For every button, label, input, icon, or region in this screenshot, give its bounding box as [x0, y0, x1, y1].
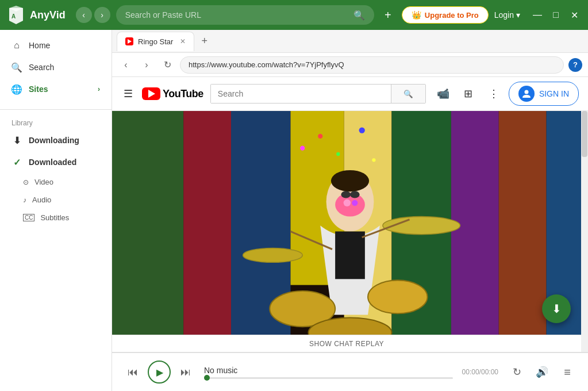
- chevron-down-icon: ▾: [516, 10, 520, 20]
- yt-more-button[interactable]: ⋮: [483, 83, 504, 104]
- svg-point-25: [243, 248, 303, 262]
- sidebar-item-audio[interactable]: ♪ Audio: [0, 191, 112, 209]
- next-track-button[interactable]: ⏭: [176, 363, 195, 381]
- video-icon: ⊙: [23, 178, 29, 186]
- show-chat-bar[interactable]: SHOW CHAT REPLAY: [112, 335, 581, 352]
- download-fab-button[interactable]: ⬇: [542, 294, 571, 323]
- browser-url-bar[interactable]: https://www.youtube.com/watch?v=7YjPfyfl…: [180, 56, 564, 74]
- close-button[interactable]: ✕: [567, 8, 581, 22]
- upgrade-button[interactable]: 👑 Upgrade to Pro: [402, 6, 489, 24]
- svg-point-17: [372, 158, 375, 162]
- subtitles-icon: CC: [23, 214, 34, 221]
- nav-arrows: ‹ ›: [76, 7, 110, 23]
- yt-right-icons: 📹 ⊞ ⋮ SIGN IN: [433, 82, 579, 106]
- sidebar-item-search[interactable]: 🔍 Search: [0, 56, 112, 78]
- app-logo: A AnyVid: [7, 6, 66, 24]
- minimize-button[interactable]: —: [531, 8, 544, 22]
- sidebar-nav: ⌂ Home 🔍 Search 🌐 Sites ›: [0, 30, 112, 105]
- play-icon: ▶: [156, 367, 163, 378]
- youtube-search-input[interactable]: [211, 85, 391, 103]
- login-button[interactable]: Login ▾: [494, 10, 520, 20]
- svg-rect-12: [499, 111, 547, 352]
- svg-rect-11: [451, 111, 499, 352]
- tab-favicon: [125, 37, 133, 45]
- search-icon: 🔍: [11, 62, 22, 72]
- svg-point-15: [336, 152, 340, 156]
- svg-point-22: [368, 280, 428, 313]
- url-input[interactable]: [125, 10, 349, 20]
- sidebar-item-downloading[interactable]: ⬇ Downloading: [0, 129, 112, 151]
- new-tab-button[interactable]: +: [197, 33, 212, 49]
- tab-bar: Ringo Star ✕ +: [112, 30, 588, 53]
- crown-icon: 👑: [412, 10, 421, 20]
- browser-back-button[interactable]: ‹: [118, 57, 134, 73]
- browser-refresh-button[interactable]: ↻: [159, 57, 175, 73]
- player-progress: [204, 377, 453, 379]
- help-button[interactable]: ?: [568, 58, 582, 72]
- maximize-button[interactable]: □: [549, 8, 563, 22]
- player-bar: ⏮ ▶ ⏭ No music 00:00/00:00 ↻ 🔊 ≡: [112, 352, 588, 391]
- player-title: No music: [204, 366, 453, 375]
- yt-avatar-icon: [518, 86, 535, 102]
- play-button[interactable]: ▶: [148, 361, 171, 384]
- video-art-svg: [112, 111, 588, 352]
- downloading-icon: ⬇: [11, 135, 22, 145]
- sidebar-divider: [0, 109, 112, 110]
- youtube-play-icon: [148, 90, 155, 98]
- svg-point-30: [344, 200, 351, 206]
- svg-point-16: [359, 127, 365, 133]
- main-layout: ⌂ Home 🔍 Search 🌐 Sites › Library ⬇ Down…: [0, 30, 588, 391]
- browser-nav-bar: ‹ › ↻ https://www.youtube.com/watch?v=7Y…: [112, 53, 588, 77]
- library-label: Library: [0, 114, 112, 129]
- volume-button[interactable]: 🔊: [533, 363, 551, 381]
- svg-point-33: [350, 191, 360, 198]
- youtube-search-button[interactable]: 🔍: [391, 85, 425, 103]
- svg-point-32: [341, 191, 351, 198]
- video-player: ⬇ SHOW CHAT REPLAY: [112, 111, 588, 352]
- sites-icon: 🌐: [11, 84, 22, 94]
- sidebar-item-downloaded[interactable]: ✓ Downloaded: [0, 151, 112, 173]
- youtube-logo[interactable]: YouTube: [142, 87, 203, 100]
- youtube-toolbar: ☰ YouTube 🔍 📹 ⊞ ⋮: [112, 77, 588, 111]
- sidebar-item-video[interactable]: ⊙ Video: [0, 173, 112, 191]
- browser-forward-button[interactable]: ›: [139, 57, 155, 73]
- prev-track-button[interactable]: ⏮: [124, 363, 142, 381]
- sidebar-item-sites[interactable]: 🌐 Sites ›: [0, 78, 112, 100]
- queue-button[interactable]: ≡: [558, 363, 577, 381]
- sites-chevron-icon: ›: [98, 85, 100, 93]
- youtube-logo-icon: [142, 87, 160, 100]
- audio-icon: ♪: [23, 196, 26, 204]
- person-icon: [522, 89, 531, 98]
- sidebar: ⌂ Home 🔍 Search 🌐 Sites › Library ⬇ Down…: [0, 30, 112, 391]
- yt-menu-button[interactable]: ☰: [121, 85, 135, 102]
- back-button[interactable]: ‹: [76, 7, 92, 23]
- add-tab-button[interactable]: +: [380, 7, 396, 23]
- repeat-button[interactable]: ↻: [508, 363, 526, 381]
- player-time: 00:00/00:00: [462, 368, 498, 376]
- progress-bar[interactable]: [204, 377, 453, 379]
- content-area: Ringo Star ✕ + ‹ › ↻ https://www.youtube…: [112, 30, 588, 391]
- tab-play-icon: [128, 39, 132, 44]
- forward-button[interactable]: ›: [94, 7, 110, 23]
- yt-video-camera-button[interactable]: 📹: [433, 83, 454, 104]
- tab-close-button[interactable]: ✕: [180, 37, 186, 45]
- title-bar: A AnyVid ‹ › 🔍 + 👑 Upgrade to Pro Login …: [0, 0, 588, 30]
- svg-point-3: [524, 90, 528, 94]
- svg-rect-5: [112, 111, 183, 352]
- browser-tab-ringo[interactable]: Ringo Star ✕: [117, 32, 194, 51]
- youtube-search-bar[interactable]: 🔍: [210, 84, 426, 103]
- svg-rect-20: [335, 232, 365, 279]
- sidebar-item-subtitles[interactable]: CC Subtitles: [0, 209, 112, 227]
- player-controls: ⏮ ▶ ⏭: [124, 361, 195, 384]
- yt-grid-button[interactable]: ⊞: [458, 83, 479, 104]
- url-search-icon[interactable]: 🔍: [353, 10, 365, 21]
- sidebar-item-home[interactable]: ⌂ Home: [0, 34, 112, 56]
- logo-icon: A: [7, 6, 25, 24]
- player-right-controls: ↻ 🔊 ≡: [508, 363, 577, 381]
- scrollbar-thumb[interactable]: [582, 111, 587, 157]
- svg-point-18: [300, 145, 305, 150]
- url-search-bar[interactable]: 🔍: [116, 5, 374, 25]
- yt-sign-in-button[interactable]: SIGN IN: [509, 82, 579, 106]
- app-name: AnyVid: [30, 9, 66, 21]
- video-container: ⬇ SHOW CHAT REPLAY: [112, 111, 588, 352]
